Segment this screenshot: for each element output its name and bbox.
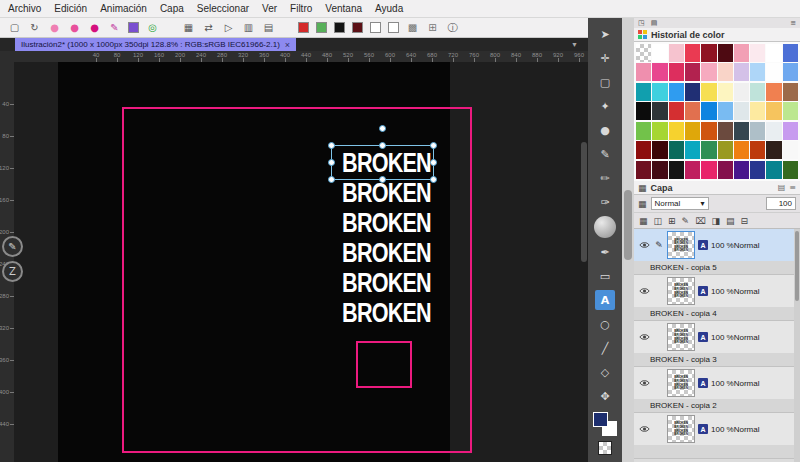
layer-row[interactable]: ✎BROKEN BROKEN BROKEN BROKENA100 %Normal — [634, 229, 800, 261]
layer-item[interactable]: ✎BROKEN BROKEN BROKEN BROKENA100 %Normal… — [634, 229, 800, 275]
play-icon[interactable]: ▷ — [222, 21, 235, 35]
color-swatch[interactable] — [701, 102, 716, 120]
color-swatch[interactable] — [766, 44, 781, 62]
canvas-artboard[interactable]: BROKENBROKENBROKENBROKENBROKENBROKEN — [58, 62, 450, 462]
color-ball[interactable] — [594, 216, 616, 238]
rotate-handle[interactable] — [379, 125, 386, 132]
move-tool-icon[interactable]: ✛ — [595, 48, 615, 68]
color-swatch[interactable] — [685, 102, 700, 120]
color-swatch[interactable] — [734, 161, 749, 179]
color-swatch[interactable] — [783, 122, 798, 140]
layer-thumbnail[interactable]: BROKEN BROKEN BROKEN BROKEN — [667, 277, 695, 305]
transparent-color-chip[interactable] — [598, 441, 612, 455]
color-swatch[interactable] — [669, 102, 684, 120]
color-swatch[interactable] — [669, 161, 684, 179]
handle-s[interactable] — [379, 176, 386, 183]
color-swatch[interactable] — [734, 63, 749, 81]
canvas-scrollbar-thumb[interactable] — [581, 142, 587, 262]
color-swatch[interactable] — [783, 141, 798, 159]
vector-square-shape[interactable] — [356, 341, 412, 388]
pen-tool-icon[interactable]: ✎ — [595, 144, 615, 164]
dark-red-color-swatch[interactable] — [352, 22, 363, 33]
color-swatch[interactable] — [652, 63, 667, 81]
color-history-panel-header[interactable]: Historial de color — [634, 28, 800, 42]
quick-access-pen-button[interactable]: ✎ — [2, 236, 23, 257]
color-swatch[interactable] — [783, 161, 798, 179]
layer-command-icon-3[interactable]: ✎ — [682, 216, 690, 226]
layer-opacity-input[interactable]: 100 — [766, 197, 796, 210]
color-swatch[interactable] — [783, 83, 798, 101]
document-tab[interactable]: Ilustración2* (1000 x 1000px 350dpi 128.… — [15, 38, 296, 51]
color-swatch[interactable] — [750, 83, 765, 101]
color-swatch[interactable] — [636, 161, 651, 179]
color-swatch[interactable] — [701, 141, 716, 159]
color-swatch[interactable] — [718, 161, 733, 179]
canvas-viewport[interactable]: BROKENBROKENBROKENBROKENBROKENBROKEN — [14, 62, 588, 462]
color-swatch[interactable] — [734, 44, 749, 62]
color-swatch[interactable] — [701, 122, 716, 140]
dock-grid-icon[interactable]: ▤ — [651, 19, 658, 27]
menu-item-ayuda[interactable]: Ayuda — [375, 3, 403, 14]
panel-scrollbar[interactable] — [622, 18, 634, 462]
color-swatch[interactable] — [734, 141, 749, 159]
operation-tool-icon[interactable]: ➤ — [595, 24, 615, 44]
color-swatch[interactable] — [685, 141, 700, 159]
eyedropper-tool-icon[interactable]: ● — [595, 120, 615, 140]
pencil-tool-icon[interactable]: ✏ — [595, 168, 615, 188]
color-swatch[interactable] — [685, 161, 700, 179]
marquee-tool-icon[interactable]: ▢ — [595, 72, 615, 92]
color-swatch[interactable] — [766, 122, 781, 140]
handle-w[interactable] — [328, 159, 335, 166]
layer-thumbnail[interactable]: BROKEN BROKEN BROKEN BROKEN — [667, 369, 695, 397]
panel-scrollbar-thumb[interactable] — [624, 190, 632, 260]
color-swatch[interactable] — [718, 141, 733, 159]
color-swatch[interactable] — [636, 102, 651, 120]
canvas-settings-icon[interactable]: ▢ — [8, 21, 21, 35]
color-swatch[interactable] — [701, 63, 716, 81]
pattern-swatch-icon[interactable]: ▩ — [406, 21, 419, 35]
color-swatch[interactable] — [783, 102, 798, 120]
layer-command-icon-2[interactable]: ⊞ — [668, 216, 676, 226]
menu-item-seleccionar[interactable]: Seleccionar — [197, 3, 249, 14]
layer-thumbnail[interactable]: BROKEN BROKEN BROKEN BROKEN — [667, 323, 695, 351]
color-swatch[interactable] — [750, 122, 765, 140]
onion-skin-icon[interactable]: ▥ — [242, 21, 255, 35]
layer-visibility-eye-icon[interactable] — [637, 287, 651, 295]
layer-visibility-eye-icon[interactable] — [637, 379, 651, 387]
menu-item-filtro[interactable]: Filtro — [290, 3, 312, 14]
line-tool-icon[interactable]: ╱ — [595, 338, 615, 358]
layer-list-scrollbar-thumb[interactable] — [795, 231, 799, 301]
color-swatch[interactable] — [669, 83, 684, 101]
color-swatch[interactable] — [750, 44, 765, 62]
layer-panel-header-icon-0[interactable]: ▤ — [778, 183, 786, 192]
white-color-swatch-1[interactable] — [370, 22, 381, 33]
layer-row[interactable]: BROKEN BROKEN BROKEN BROKENA100 %Normal — [634, 321, 800, 353]
panel-menu-icon[interactable]: ≡ — [790, 19, 796, 27]
color-swatch[interactable] — [685, 122, 700, 140]
tab-overflow-icon[interactable]: ▼ — [571, 41, 578, 48]
layer-command-icon-0[interactable]: ▦ — [639, 216, 648, 226]
canvas-text-line[interactable]: BROKEN — [342, 238, 423, 268]
color-swatch[interactable] — [685, 44, 700, 62]
color-swatch[interactable] — [636, 122, 651, 140]
layer-item[interactable]: BROKEN BROKEN BROKEN BROKENA100 %NormalB… — [634, 321, 800, 367]
text-selection-bounding-box[interactable] — [331, 145, 434, 180]
color-swatch[interactable] — [718, 83, 733, 101]
dock-layout-icon[interactable]: ◳ — [638, 19, 645, 27]
layer-list-scrollbar[interactable] — [794, 229, 800, 462]
tab-close-icon[interactable]: × — [285, 40, 290, 50]
layer-item[interactable]: BROKEN BROKEN BROKEN BROKENA100 %NormalB… — [634, 367, 800, 413]
color-swatch[interactable] — [766, 161, 781, 179]
layer-command-icon-6[interactable]: ▤ — [726, 216, 735, 226]
handle-nw[interactable] — [328, 142, 335, 149]
color-swatch[interactable] — [701, 161, 716, 179]
airbrush-tool-icon[interactable]: ✒ — [595, 242, 615, 262]
color-swatch[interactable] — [636, 141, 651, 159]
color-swatch[interactable] — [669, 44, 684, 62]
snap-grid-icon[interactable]: ▦ — [182, 21, 195, 35]
text-tool-icon[interactable]: A — [595, 290, 615, 310]
color-swatch[interactable] — [750, 102, 765, 120]
color-swatch[interactable] — [766, 83, 781, 101]
layer-panel-header-icon-1[interactable]: ≡ — [789, 183, 796, 192]
grid-swatch-icon[interactable]: ⊞ — [426, 21, 439, 35]
